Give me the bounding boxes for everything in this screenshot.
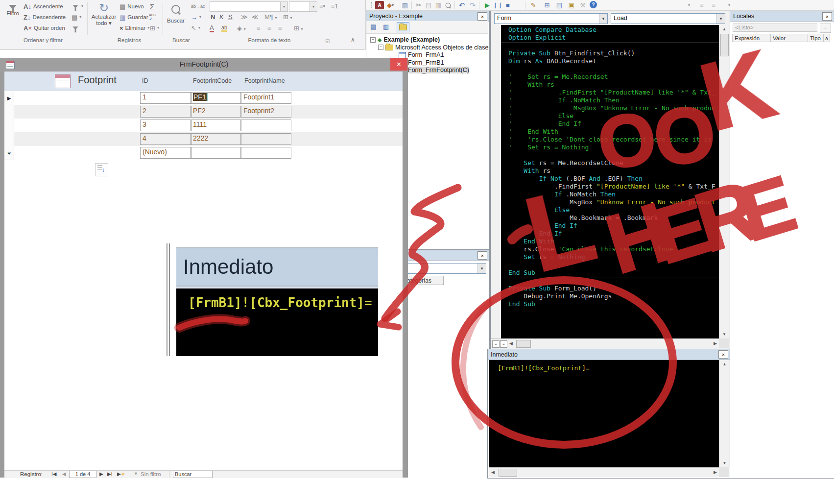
- toggle-folders-button[interactable]: [397, 22, 409, 32]
- close-icon[interactable]: ×: [822, 12, 832, 21]
- locals-col-tipo[interactable]: Tipo: [808, 34, 824, 42]
- ortografia-button[interactable]: ABC✓: [149, 13, 156, 22]
- scroll-down-icon[interactable]: ▼: [719, 461, 730, 465]
- scroll-right-icon[interactable]: ▶: [714, 470, 717, 475]
- scroll-thumb[interactable]: [516, 340, 531, 348]
- seleccionar-button[interactable]: ↖ ▾: [191, 24, 200, 32]
- record-search-input[interactable]: Buscar: [173, 471, 213, 478]
- increase-indent-button[interactable]: ≫: [241, 13, 248, 21]
- tree-expander[interactable]: −: [378, 45, 383, 50]
- cell-footprintname[interactable]: [241, 147, 291, 159]
- procedure-view-button[interactable]: ≡: [492, 340, 500, 348]
- ir-a-button[interactable]: → ▾: [191, 13, 201, 22]
- scroll-thumb[interactable]: [720, 34, 729, 56]
- copy-button[interactable]: ▤: [424, 1, 433, 9]
- bold-button[interactable]: N: [211, 13, 215, 21]
- locals-col-valor[interactable]: Valor: [770, 34, 808, 42]
- cut-button[interactable]: ✂: [414, 1, 423, 9]
- cell-id[interactable]: (Nuevo): [140, 147, 192, 159]
- reemplazar-button[interactable]: ab→ac: [191, 2, 205, 11]
- paste-button[interactable]: ▥: [434, 1, 443, 9]
- cell-footprintcode[interactable]: PF2: [191, 106, 241, 118]
- run-button[interactable]: ▶: [483, 1, 492, 9]
- bullets-button[interactable]: ≡•: [319, 2, 325, 10]
- fill-color-button[interactable]: ◈ ▾: [237, 24, 246, 32]
- tree-item-microsoft-access-objetos-de-clase[interactable]: −Microsoft Access Objetos de clase: [366, 44, 488, 51]
- scroll-right-icon[interactable]: ▶: [714, 341, 717, 346]
- cell-footprintcode[interactable]: 1111: [191, 120, 241, 131]
- guardar-button[interactable]: ▥ Guardar: [119, 13, 148, 22]
- edit-toolbar-overflow[interactable]: ▾: [685, 1, 693, 9]
- cell-footprintcode[interactable]: PF1: [191, 92, 241, 104]
- procedure-combobox[interactable]: Load ▾: [611, 13, 725, 24]
- toolbar-grip[interactable]: [371, 2, 373, 8]
- project-explorer-button[interactable]: ⊞: [543, 1, 551, 9]
- ascendente-button[interactable]: A↓ Ascendente: [24, 2, 63, 11]
- form-window-border-right[interactable]: [403, 72, 408, 478]
- filter-indicator-icon[interactable]: ▼: [134, 471, 138, 476]
- next-record-button[interactable]: ▶: [99, 471, 103, 477]
- scroll-left-icon[interactable]: ◀: [491, 470, 495, 475]
- first-record-button[interactable]: I◀: [51, 471, 56, 477]
- ribbon-collapse-chevron[interactable]: ∧: [351, 36, 355, 43]
- quitar-orden-button[interactable]: A× Quitar orden: [24, 24, 65, 32]
- filter-form-button[interactable]: ▤ ▾: [71, 13, 81, 22]
- cell-footprintcode[interactable]: 2222: [191, 133, 241, 145]
- table-grid-button[interactable]: ⊞ ▾: [294, 24, 303, 32]
- code-hscrollbar[interactable]: ≡ ≡ ◀ ▶: [491, 338, 719, 349]
- cell-id[interactable]: 3: [140, 120, 192, 131]
- font-name-combobox[interactable]: ▾: [210, 1, 288, 12]
- help-button[interactable]: ?: [590, 1, 597, 8]
- access-view-button[interactable]: A: [375, 1, 384, 9]
- descendente-button[interactable]: Z↓ Descendente: [24, 13, 66, 22]
- design-mode-button[interactable]: ✎: [529, 1, 538, 9]
- list-properties-icon[interactable]: ≡: [697, 1, 706, 9]
- mas-button[interactable]: ⊞ ▾: [150, 24, 159, 32]
- immediate-vscrollbar[interactable]: ▲ ▼: [719, 360, 730, 467]
- insert-object-button[interactable]: ◆▾: [386, 1, 395, 9]
- gridlines-button[interactable]: ⊞ ▾: [283, 13, 292, 21]
- totales-button[interactable]: Σ: [150, 2, 154, 11]
- immediate-editor[interactable]: [FrmB1]![Cbx_Footprint]=: [489, 360, 719, 467]
- filter-advanced-button[interactable]: ▾: [71, 2, 83, 11]
- record-selector[interactable]: [4, 105, 14, 119]
- close-icon[interactable]: ×: [477, 251, 487, 260]
- caret-down-icon[interactable]: ▾: [310, 2, 317, 11]
- close-icon[interactable]: ×: [718, 350, 728, 359]
- record-selector[interactable]: [4, 119, 14, 133]
- locals-panel-titlebar[interactable]: Locales ×: [730, 11, 834, 22]
- locals-scroll-up[interactable]: ∧: [823, 34, 830, 42]
- filter-state-label[interactable]: Sin filtro: [141, 471, 161, 477]
- decrease-indent-button[interactable]: ≪: [252, 13, 259, 21]
- pause-button[interactable]: ❘❘: [494, 1, 502, 9]
- cell-id[interactable]: 1: [140, 92, 192, 104]
- eliminar-button[interactable]: × Eliminar ▾: [119, 24, 149, 32]
- redo-button[interactable]: ↷: [468, 1, 477, 9]
- align-center-button[interactable]: ≡: [267, 24, 271, 32]
- toggle-filter-button[interactable]: [71, 24, 79, 32]
- align-left-button[interactable]: ≡: [257, 24, 261, 32]
- find-button[interactable]: [444, 1, 453, 9]
- formato-dialog-launcher[interactable]: ◱: [325, 38, 330, 44]
- record-selector[interactable]: [4, 132, 14, 146]
- code-vscrollbar[interactable]: ▲ ▼: [719, 25, 729, 338]
- caret-down-icon[interactable]: ▾: [477, 264, 486, 273]
- filtro-button[interactable]: Filtro: [3, 2, 23, 16]
- edit-toolbar-overflow2[interactable]: ▾: [725, 1, 734, 9]
- font-size-combobox[interactable]: ▾: [289, 1, 317, 12]
- locals-col-expresion[interactable]: Expresión: [732, 34, 771, 42]
- project-panel-titlebar[interactable]: Proyecto - Example ×: [366, 11, 489, 22]
- previous-record-button[interactable]: ◀: [62, 471, 66, 477]
- close-icon[interactable]: ×: [477, 12, 487, 21]
- column-header-footprintcode[interactable]: FootprintCode: [193, 77, 232, 84]
- form-window-close-button[interactable]: ✕: [390, 58, 407, 71]
- full-module-view-button[interactable]: ≡: [500, 340, 507, 348]
- scroll-thumb[interactable]: [499, 469, 517, 477]
- object-browser-button[interactable]: ▣: [567, 1, 576, 9]
- align-right-button[interactable]: ≡: [278, 24, 282, 32]
- cell-footprintname[interactable]: Footprint1: [241, 92, 291, 104]
- cell-footprintname[interactable]: Footprint2: [241, 106, 291, 118]
- nuevo-button[interactable]: ▤ Nuevo: [119, 2, 144, 11]
- italic-button[interactable]: K: [219, 13, 224, 21]
- direction-button[interactable]: M¶ ▾: [264, 13, 277, 21]
